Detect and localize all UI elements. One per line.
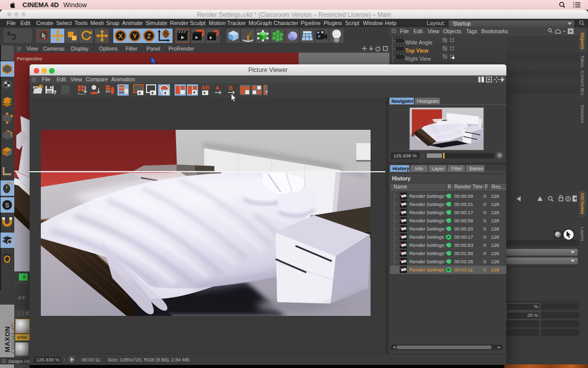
svg-text:A: A xyxy=(215,85,219,91)
svg-text:S: S xyxy=(5,202,9,209)
svg-text:?: ? xyxy=(53,89,57,96)
svg-text:Z: Z xyxy=(147,32,151,40)
svg-text:X: X xyxy=(118,32,123,40)
svg-text:Y: Y xyxy=(133,32,137,40)
svg-text:B: B xyxy=(229,85,233,91)
svg-text:AB: AB xyxy=(201,84,209,90)
